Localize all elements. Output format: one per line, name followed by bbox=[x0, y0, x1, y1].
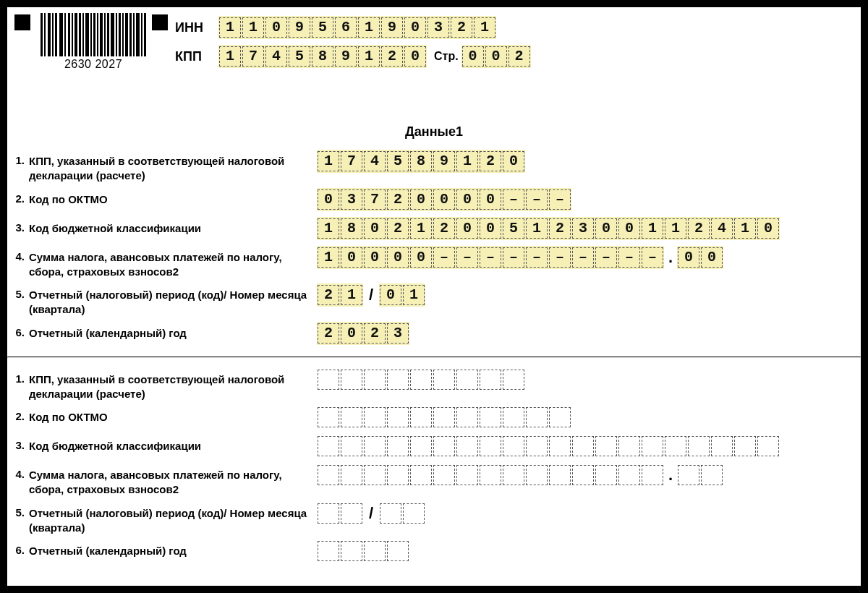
char-cell-empty bbox=[701, 465, 723, 485]
row-num: 4. bbox=[10, 464, 29, 480]
char-cell-empty bbox=[678, 465, 699, 485]
svg-rect-23 bbox=[125, 13, 128, 56]
row-num: 3. bbox=[10, 435, 29, 451]
char-cell: 4 bbox=[364, 151, 386, 171]
char-cell-empty bbox=[410, 370, 432, 390]
char-cell: 8 bbox=[341, 218, 362, 239]
row-num: 6. bbox=[10, 322, 29, 338]
svg-rect-15 bbox=[97, 13, 98, 56]
char-cell-empty bbox=[595, 436, 617, 456]
row-num: 5. bbox=[10, 502, 29, 519]
svg-rect-26 bbox=[136, 13, 140, 56]
char-cell-empty bbox=[734, 436, 756, 456]
char-cell: 0 bbox=[757, 218, 779, 239]
char-cell: 0 bbox=[456, 189, 478, 210]
char-cell: 1 bbox=[474, 17, 495, 38]
char-cell-empty bbox=[387, 541, 409, 561]
char-cell-empty bbox=[318, 407, 339, 427]
char-cell-empty bbox=[364, 407, 386, 427]
char-cell-empty bbox=[341, 407, 362, 427]
year-cells-empty bbox=[317, 539, 409, 563]
sum-int-cells: 10000–––––––––– bbox=[317, 246, 664, 269]
tax-form-page: 2630 2027 ИНН 110956190321 КПП 174589120… bbox=[7, 7, 861, 586]
char-cell-empty bbox=[642, 436, 663, 456]
char-cell: 1 bbox=[358, 17, 380, 38]
char-cell-empty bbox=[503, 436, 524, 456]
char-cell: 5 bbox=[312, 17, 333, 38]
char-cell-empty bbox=[364, 541, 386, 561]
svg-rect-21 bbox=[119, 13, 121, 56]
char-cell: 1 bbox=[341, 285, 362, 305]
period-slash: / bbox=[369, 285, 373, 305]
decimal-dot: . bbox=[668, 465, 673, 485]
inn-label: ИНН bbox=[175, 20, 218, 35]
char-cell: 5 bbox=[387, 151, 409, 171]
kpp-decl-cells: 174589120 bbox=[317, 150, 525, 173]
section-title: Данные1 bbox=[7, 124, 861, 140]
row-num: 2. bbox=[10, 406, 29, 422]
char-cell-empty bbox=[549, 465, 571, 485]
char-cell-empty bbox=[318, 503, 339, 524]
char-cell-empty bbox=[341, 503, 362, 524]
char-cell: – bbox=[503, 247, 524, 268]
svg-rect-0 bbox=[41, 13, 43, 56]
char-cell: – bbox=[549, 189, 571, 210]
char-cell-empty bbox=[526, 407, 548, 427]
char-cell: 3 bbox=[387, 323, 409, 344]
char-cell: 2 bbox=[509, 46, 530, 67]
char-cell-empty bbox=[364, 436, 386, 456]
row-label: Код бюджетной классификации bbox=[29, 217, 317, 236]
char-cell-empty bbox=[711, 436, 733, 456]
svg-rect-12 bbox=[85, 13, 89, 56]
char-cell-empty bbox=[549, 407, 571, 427]
char-cell: 1 bbox=[318, 218, 339, 239]
char-cell: 7 bbox=[341, 151, 362, 171]
char-cell: 5 bbox=[289, 46, 310, 67]
char-cell: 0 bbox=[410, 189, 432, 210]
char-cell: 8 bbox=[410, 151, 432, 171]
char-cell: 7 bbox=[364, 189, 386, 210]
char-cell-empty bbox=[456, 407, 478, 427]
char-cell: 1 bbox=[318, 151, 339, 171]
char-cell: – bbox=[642, 247, 663, 268]
char-cell-empty bbox=[387, 465, 409, 485]
svg-rect-14 bbox=[93, 13, 95, 56]
char-cell: 1 bbox=[318, 247, 339, 268]
char-cell-empty bbox=[688, 436, 710, 456]
char-cell: 3 bbox=[427, 17, 449, 38]
char-cell: 3 bbox=[341, 189, 362, 210]
char-cell: 5 bbox=[503, 218, 524, 239]
char-cell-empty bbox=[318, 541, 339, 561]
char-cell: 9 bbox=[433, 151, 455, 171]
oktmo-cells-empty bbox=[317, 406, 571, 429]
char-cell-empty bbox=[380, 503, 401, 524]
char-cell: 1 bbox=[734, 218, 756, 239]
char-cell: 2 bbox=[688, 218, 710, 239]
char-cell-empty bbox=[410, 436, 432, 456]
char-cell: 2 bbox=[387, 189, 409, 210]
char-cell: 8 bbox=[312, 46, 333, 67]
svg-rect-8 bbox=[72, 13, 73, 56]
svg-rect-28 bbox=[144, 13, 146, 56]
char-cell: – bbox=[480, 247, 501, 268]
row-num: 4. bbox=[10, 246, 29, 263]
char-cell-empty bbox=[572, 436, 594, 456]
row-label: КПП, указанный в соответствующей налогов… bbox=[29, 150, 317, 184]
row-label: КПП, указанный в соответствующей налогов… bbox=[29, 368, 317, 402]
char-cell-empty bbox=[341, 465, 362, 485]
char-cell: 1 bbox=[642, 218, 663, 239]
char-cell: 4 bbox=[711, 218, 733, 239]
char-cell: 0 bbox=[456, 218, 478, 239]
svg-rect-3 bbox=[52, 13, 54, 56]
page-cells: 002 bbox=[461, 45, 531, 68]
char-cell-empty bbox=[318, 370, 339, 390]
row-label: Сумма налога, авансовых платежей по нало… bbox=[29, 246, 317, 280]
row-label: Код бюджетной классификации bbox=[29, 435, 317, 453]
period-a-cells-empty bbox=[317, 502, 363, 525]
row-num: 2. bbox=[10, 188, 29, 205]
kbk-cells-empty bbox=[317, 435, 780, 458]
svg-rect-10 bbox=[79, 13, 81, 56]
char-cell-empty bbox=[433, 465, 455, 485]
svg-rect-24 bbox=[129, 13, 132, 56]
char-cell-empty bbox=[456, 465, 478, 485]
